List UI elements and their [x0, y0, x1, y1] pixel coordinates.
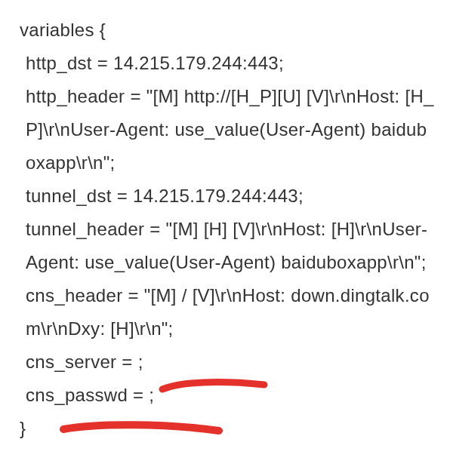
code-block: variables { http_dst = 14.215.179.244:44…: [20, 14, 436, 445]
code-line: tunnel_header = "[M] [H] [V]\r\nHost: [H…: [20, 213, 436, 345]
code-line: cns_server = ;: [20, 345, 436, 379]
code-line: }: [20, 412, 436, 445]
code-line: tunnel_dst = 14.215.179.244:443;: [20, 180, 436, 213]
code-line: http_dst = 14.215.179.244:443;: [20, 47, 436, 80]
code-line: http_header = "[M] http://[H_P][U] [V]\r…: [20, 80, 436, 180]
code-line: variables {: [20, 14, 436, 47]
code-line: cns_passwd = ;: [20, 379, 436, 412]
code-screenshot: variables { http_dst = 14.215.179.244:44…: [0, 0, 453, 476]
